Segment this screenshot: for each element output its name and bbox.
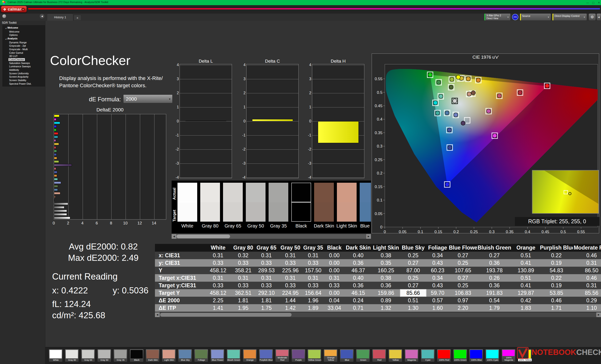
collapse-right-panel-button[interactable]: ◀ [597, 13, 601, 21]
patch-column-gray-80[interactable]: Gray 80 [200, 181, 220, 233]
expander-icon[interactable]: ◢ [5, 38, 6, 40]
patch-column-gray-50[interactable]: Gray 50 [246, 181, 266, 233]
sidebar-item-welcome[interactable]: Welcome [2, 30, 45, 34]
scroll-left-icon[interactable]: ◀ [155, 312, 160, 317]
scrollbar-thumb[interactable] [160, 313, 291, 317]
source-dropdown[interactable]: Source ▼ [520, 13, 551, 21]
patch-button-gray-35[interactable]: Gray 35 [113, 349, 128, 362]
patch-button-yellow-green[interactable]: Yellow Green [307, 349, 321, 362]
patch-button-100-magenta[interactable]: 100%Magenta [501, 349, 516, 362]
table-cell: 0.41 [512, 259, 540, 267]
scroll-right-icon[interactable]: ▶ [366, 234, 371, 239]
scroll-left-icon[interactable]: ◀ [172, 234, 176, 239]
patch-column-gray-35[interactable]: Gray 35 [269, 181, 288, 233]
patch-button-gray-50[interactable]: Gray 50 [97, 349, 111, 362]
table-scrollbar[interactable]: ◀ ▶ [155, 312, 601, 317]
sidebar-item-screen-stability[interactable]: Screen Stability [2, 78, 45, 82]
patch-column-dark-skin[interactable]: Dark Skin [314, 181, 334, 233]
patch-button-100-red[interactable]: 100% Red [437, 349, 451, 362]
table-cell: 458.12 [204, 267, 232, 274]
tab-history-1[interactable]: History 1 [47, 14, 73, 21]
tree-group-analysis[interactable]: ◢Analysis [2, 37, 45, 41]
patch-label: Gray 65 [221, 223, 245, 229]
panel-collapse-button[interactable]: ◀ [40, 14, 44, 19]
patch-button-green[interactable]: Green [356, 349, 370, 362]
patch-button-cyan[interactable]: Cyan [421, 349, 435, 362]
gear-icon[interactable]: ⚙ [589, 13, 596, 21]
sidebar-item-options[interactable]: Options [2, 33, 45, 37]
patch-button-light-skin[interactable]: Light Skin [162, 349, 176, 362]
patch-button-foliage[interactable]: Foliage [194, 349, 208, 362]
sidebar-item-luminance-sweeps[interactable]: Luminance Sweeps [2, 65, 45, 68]
meter-count-badge[interactable]: 231 [512, 14, 518, 20]
patch-button-blue[interactable]: Blue [340, 349, 354, 362]
svg-text:0.45: 0.45 [541, 230, 549, 234]
patch-button-purple[interactable]: Purple [291, 349, 305, 362]
patch-column-blue-sky[interactable]: Blue Sky [360, 181, 371, 233]
patch-column-light-skin[interactable]: Light Skin [337, 181, 357, 233]
sidebar-item-colorchecker[interactable]: ColorChecker [2, 58, 45, 61]
patch-button-white[interactable]: White [49, 349, 63, 362]
patch-button-yellow[interactable]: Yellow [388, 349, 402, 362]
meter-dropdown[interactable]: X-Rite i1Pro 2Direct View ▼ [484, 13, 511, 21]
patch-column-black[interactable]: Black [291, 181, 311, 233]
gridline [247, 121, 298, 122]
sidebar-item-screen-angularity[interactable]: Screen Angularity [2, 75, 45, 78]
patch-button-black[interactable]: Black [130, 349, 144, 362]
patch-column-white[interactable]: White [178, 181, 197, 233]
calman-menu-dropdown-icon[interactable]: ▼ [21, 8, 25, 11]
tree-group-welcome[interactable]: ◢Welcome [2, 26, 45, 30]
patch-color [179, 350, 191, 358]
patch-button-gray-65[interactable]: Gray 65 [81, 349, 95, 362]
close-button[interactable]: ✕ [596, 0, 601, 5]
expander-icon[interactable]: ◢ [5, 27, 6, 29]
table-cell: 0.29 [573, 297, 601, 304]
calman-menu-button[interactable]: ❖ calman ▼ [1, 6, 27, 12]
sidebar-item-grayscale-multi[interactable]: Grayscale - Multi [2, 48, 45, 51]
gridline [312, 163, 364, 164]
panel-pin-button[interactable] [2, 14, 6, 18]
patch-button-label: 100% Cyan [485, 359, 501, 361]
table-cell: 0.36 [345, 259, 372, 267]
sidebar-item-color-gamut[interactable]: Color Gamut [2, 51, 45, 55]
deltae-bar-black [54, 199, 54, 201]
column-header-black: Black [324, 244, 345, 252]
swatch-scrollbar[interactable]: ◀ ▶ [172, 234, 371, 239]
patch-button-blue-flower[interactable]: Blue Flower [210, 349, 224, 362]
patch-button-100-blue[interactable]: 100% Blue [469, 349, 483, 362]
sidebar-item-grayscale-2pt[interactable]: Grayscale - 2pt [2, 44, 45, 48]
patch-button-moderate-red[interactable]: ModerateRed [275, 349, 289, 362]
column-header-gray-35: Gray 35 [302, 244, 324, 252]
patch-button-orange[interactable]: Orange [243, 349, 257, 362]
scrollbar-thumb[interactable] [177, 235, 230, 238]
de-formula-select[interactable]: 2000▼ [123, 95, 172, 103]
maximize-button[interactable]: ▢ [591, 0, 596, 5]
patch-button-blue-sky[interactable]: Blue Sky [178, 349, 192, 362]
sidebar-item-saturation-sweeps[interactable]: Saturation Sweeps [2, 61, 45, 65]
sidebar-item-spectral-power-dist[interactable]: Spectral Power Dist. [2, 82, 45, 86]
table-cell: 0.31 [279, 252, 302, 259]
patch-button-red[interactable]: Red [372, 349, 386, 362]
scroll-right-icon[interactable]: ▶ [596, 312, 601, 317]
patch-button-magenta[interactable]: Magenta [404, 349, 419, 362]
gridline [180, 93, 232, 93]
display-control-dropdown[interactable]: Direct Display Control ▼ [552, 13, 587, 21]
patch-button-100-cyan[interactable]: 100% Cyan [485, 349, 499, 362]
table-cell: 159.86 [372, 289, 400, 297]
minimize-button[interactable]: — [585, 0, 590, 5]
patch-button-gray-80[interactable]: Gray 80 [65, 349, 79, 362]
add-tab-button[interactable]: + [74, 15, 81, 21]
sidebar-item-3d-lut[interactable]: 3D LUT [2, 54, 45, 58]
patch-column-gray-65[interactable]: Gray 65 [223, 181, 243, 233]
sidebar-item-dynamic-range[interactable]: Dynamic Range [2, 41, 45, 44]
patch-button-orange-yellow[interactable]: OrangeYellow [323, 349, 338, 362]
gridline [312, 107, 364, 107]
patch-button-purplish-blue[interactable]: Purplish Blue [259, 349, 273, 362]
sidebar-item-screen-uniformity[interactable]: Screen Uniformity [2, 72, 45, 75]
x-tick-label: 0 [53, 221, 55, 226]
patch-button-label: Gray 50 [97, 359, 112, 361]
patch-button-dark-skin[interactable]: Dark Skin [146, 349, 160, 362]
patch-button-bluish-green[interactable]: Bluish Green [227, 349, 241, 362]
sidebar-item-additivity[interactable]: Additivity [2, 68, 45, 72]
patch-button-100-green[interactable]: 100% Green [453, 349, 467, 362]
